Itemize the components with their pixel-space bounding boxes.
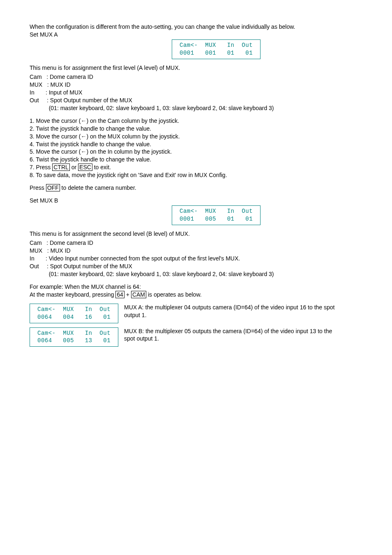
example-plus: + (125, 291, 131, 298)
set-mux-a-label: Set MUX A (30, 31, 362, 39)
step-4: 4. Twist the joystick handle to change t… (30, 140, 362, 148)
example-a-header: Cam<- MUX In Out (37, 306, 111, 313)
example-line-pre: At the master keyboard, pressing (30, 291, 115, 298)
def-a-out: Out : Spot Output number of the MUX (30, 97, 362, 104)
mux-a-display: Cam<- MUX In Out 0001 001 01 01 (172, 39, 261, 59)
mux-a-values: 0001 001 01 01 (180, 50, 253, 56)
off-pre: Press (30, 184, 46, 191)
def-a-in: In : Input of MUX (30, 89, 362, 97)
example-a-values: 0064 004 16 01 (37, 314, 111, 320)
step-7-mid: or (70, 164, 78, 170)
step-7-pre: 7. Press (30, 164, 52, 170)
def-b-out-detail: (01: master keyboard, 02: slave keyboard… (30, 270, 362, 278)
example-a-display: Cam<- MUX In Out 0064 004 16 01 (30, 304, 118, 323)
menu-b-intro: This menu is for assignment the second l… (30, 230, 362, 238)
step-7: 7. Press CTRL or ESC to exit. (30, 164, 362, 171)
set-mux-b-label: Set MUX B (30, 197, 362, 205)
def-b-mux: MUX : MUX ID (30, 247, 362, 255)
intro-text: When the configuration is different from… (30, 23, 362, 31)
example-a-text: MUX A: the multiplexer 04 outputs camera… (124, 304, 338, 319)
def-b-cam: Cam : Dome camera ID (30, 239, 362, 247)
esc-key: ESC (78, 164, 92, 171)
example-a-row: Cam<- MUX In Out 0064 004 16 01 MUX A: t… (30, 304, 362, 323)
step-6: 6. Twist the joystick handle to change t… (30, 156, 362, 164)
example-b-values: 0064 005 13 01 (37, 337, 111, 344)
example-line-post: is operates as below. (146, 291, 202, 298)
step-8: 8. To save data, move the joystick right… (30, 171, 362, 179)
def-a-cam: Cam : Dome camera ID (30, 73, 362, 81)
example-b-header: Cam<- MUX In Out (37, 330, 111, 336)
menu-a-intro: This menu is for assignment the first le… (30, 64, 362, 72)
step-7-post: to exit. (92, 164, 111, 170)
definitions-a: Cam : Dome camera ID MUX : MUX ID In : I… (30, 73, 362, 112)
example-line: At the master keyboard, pressing 64 + CA… (30, 291, 362, 299)
def-a-mux: MUX : MUX ID (30, 81, 362, 89)
off-key: OFF (46, 184, 60, 191)
example-intro: For example: When the MUX channel is 64: (30, 283, 362, 291)
def-a-out-detail: (01: master keyboard, 02: slave keyboard… (30, 104, 362, 112)
step-5: 5. Move the cursor (←) on the In column … (30, 148, 362, 156)
sixty-four-key: 64 (115, 291, 125, 298)
off-instruction: Press OFF to delete the camera number. (30, 184, 362, 192)
mux-b-values: 0001 005 01 01 (180, 216, 253, 222)
off-post: to delete the camera number. (60, 184, 136, 191)
def-b-in: In : Video Input number connected from t… (30, 255, 362, 263)
steps-list: 1. Move the cursor (←) on the Cam column… (30, 117, 362, 179)
mux-b-header: Cam<- MUX In Out (180, 208, 253, 214)
mux-b-display: Cam<- MUX In Out 0001 005 01 01 (172, 205, 261, 225)
ctrl-key: CTRL (52, 164, 70, 171)
example-b-row: Cam<- MUX In Out 0064 005 13 01 MUX B: t… (30, 327, 362, 347)
mux-a-header: Cam<- MUX In Out (180, 42, 253, 48)
step-2: 2. Twist the joystick handle to change t… (30, 125, 362, 133)
definitions-b: Cam : Dome camera ID MUX : MUX ID In : V… (30, 239, 362, 278)
step-1: 1. Move the cursor (←) on the Cam column… (30, 117, 362, 125)
example-b-text: MUX B: the multiplexer 05 outputs the ca… (124, 327, 338, 343)
cam-key: CAM (131, 291, 146, 298)
example-b-display: Cam<- MUX In Out 0064 005 13 01 (30, 327, 118, 347)
step-3: 3. Move the cursor (←) on the MUX column… (30, 133, 362, 140)
def-b-out: Out : Spot Output number of the MUX (30, 263, 362, 270)
